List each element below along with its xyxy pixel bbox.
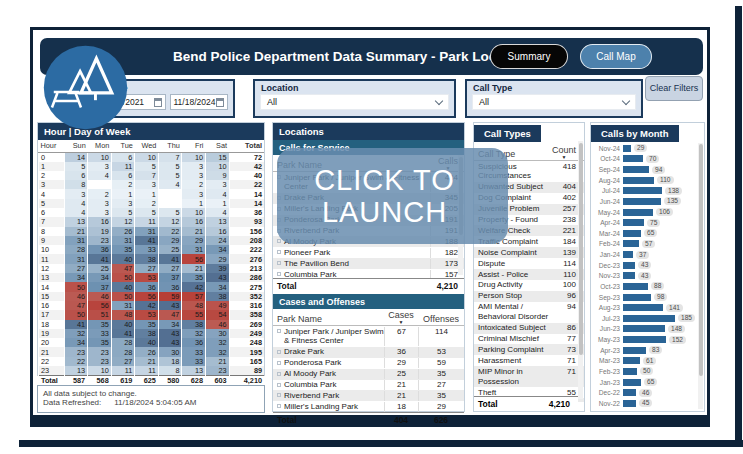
expand-icon[interactable]	[277, 404, 281, 408]
heatmap-cell[interactable]: 35	[182, 273, 206, 282]
heatmap-cell[interactable]: 53	[135, 273, 159, 282]
heatmap-cell[interactable]: 7	[158, 152, 182, 162]
heatmap-cell[interactable]: 7	[135, 171, 159, 180]
heatmap-cell[interactable]: 5	[158, 208, 182, 217]
cfs-table-row[interactable]: Columbia Park157	[273, 269, 464, 278]
co-col-offenses[interactable]: Offenses	[418, 314, 464, 324]
heatmap-cell[interactable]: 30	[206, 329, 230, 338]
clear-filters-button[interactable]: Clear Filters	[645, 76, 703, 101]
heatmap-cell[interactable]: 43	[158, 329, 182, 338]
month-bar[interactable]	[623, 304, 663, 311]
heatmap-cell[interactable]: 40	[111, 282, 135, 291]
call-type-row[interactable]: AMI Mental / Behavioral Disorder94	[474, 302, 584, 323]
month-bar[interactable]	[623, 230, 641, 237]
heatmap-cell[interactable]: 41	[135, 236, 159, 245]
heatmap-cell[interactable]: 27	[64, 264, 88, 273]
heatmap-cell[interactable]: 59	[158, 292, 182, 301]
heatmap-cell[interactable]: 27	[135, 264, 159, 273]
heatmap-cell[interactable]: 13	[206, 217, 230, 226]
heatmap-cell[interactable]: 16	[182, 217, 206, 226]
heatmap-cell[interactable]: 35	[88, 338, 112, 347]
heatmap-cell[interactable]: 32	[206, 347, 230, 356]
heatmap-cell[interactable]: 4	[64, 208, 88, 217]
heatmap-cell[interactable]: 56	[88, 301, 112, 310]
heatmap-cell[interactable]: 3	[182, 171, 206, 180]
heatmap-cell[interactable]: 6	[111, 171, 135, 180]
heatmap-cell[interactable]: 31	[182, 245, 206, 254]
month-bar[interactable]	[623, 198, 661, 205]
call-type-dropdown[interactable]: All	[472, 94, 636, 110]
call-map-button[interactable]: Call Map	[580, 44, 652, 69]
expand-icon[interactable]	[277, 272, 281, 276]
heatmap-cell[interactable]: 5	[111, 208, 135, 217]
month-bar[interactable]	[623, 219, 644, 226]
co-table-row[interactable]: Al Moody Park2535	[273, 369, 464, 380]
heatmap-cell[interactable]: 2	[182, 180, 206, 189]
heatmap-cell[interactable]: 48	[182, 301, 206, 310]
expand-icon[interactable]	[277, 383, 281, 387]
heatmap-cell[interactable]: 39	[206, 264, 230, 273]
heatmap-cell[interactable]: 23	[88, 347, 112, 356]
heatmap-cell[interactable]: 24	[206, 236, 230, 245]
heatmap-cell[interactable]: 1	[206, 199, 230, 208]
heatmap-cell[interactable]: 16	[88, 217, 112, 226]
heatmap-cell[interactable]: 2	[135, 199, 159, 208]
heatmap-cell[interactable]: 10	[135, 152, 159, 162]
cfs-table-row[interactable]: The Pavilion Bend173	[273, 258, 464, 269]
co-col-park-name[interactable]: Park Name	[273, 314, 384, 324]
heatmap-cell[interactable]: 38	[182, 320, 206, 329]
heatmap-cell[interactable]: 37	[158, 273, 182, 282]
heatmap-cell[interactable]: 34	[158, 320, 182, 329]
month-bar[interactable]	[623, 272, 635, 279]
heatmap-cell[interactable]: 54	[206, 310, 230, 319]
month-bar[interactable]	[623, 336, 666, 343]
co-table-row[interactable]: Miller's Landing Park1829	[273, 401, 464, 412]
heatmap-cell[interactable]: 47	[64, 301, 88, 310]
month-bar[interactable]	[623, 389, 636, 396]
heatmap-cell[interactable]: 31	[111, 301, 135, 310]
heatmap-cell[interactable]: 36	[88, 245, 112, 254]
heatmap-cell[interactable]: 31	[135, 227, 159, 236]
heatmap-cell[interactable]: 49	[206, 301, 230, 310]
month-bar[interactable]	[623, 240, 639, 247]
heatmap-cell[interactable]: 5	[158, 162, 182, 171]
heatmap-cell[interactable]: 4	[158, 180, 182, 189]
heatmap-cell[interactable]: 29	[206, 254, 230, 263]
heatmap-cell[interactable]: 11	[111, 162, 135, 171]
heatmap-cell[interactable]: 33	[182, 347, 206, 356]
heatmap-cell[interactable]: 10	[182, 208, 206, 217]
heatmap-cell[interactable]: 46	[206, 320, 230, 329]
heatmap-cell[interactable]: 8	[158, 366, 182, 376]
heatmap-cell[interactable]: 3	[88, 162, 112, 171]
call-type-row[interactable]: Assist - Police110	[474, 269, 584, 280]
heatmap-cell[interactable]: 21	[135, 357, 159, 366]
calendar-icon[interactable]	[154, 98, 162, 107]
expand-icon[interactable]	[277, 372, 281, 376]
heatmap-cell[interactable]: 34	[88, 273, 112, 282]
month-bar[interactable]	[623, 400, 636, 407]
heatmap-cell[interactable]: 10	[88, 366, 112, 376]
month-chart-scrollbar-thumb[interactable]	[699, 144, 703, 376]
call-type-row[interactable]: Drug Activity100	[474, 280, 584, 291]
heatmap-cell[interactable]: 5	[64, 162, 88, 171]
heatmap-cell[interactable]: 38	[135, 254, 159, 263]
heatmap-cell[interactable]: 11	[135, 217, 159, 226]
call-type-row[interactable]: MIP Minor in Possession71	[474, 366, 584, 387]
co-table-row[interactable]: Juniper Park / Juniper Swim & Fitness Ce…	[273, 326, 464, 347]
month-bar[interactable]	[623, 283, 648, 290]
heatmap-cell[interactable]: 41	[111, 329, 135, 338]
heatmap-cell[interactable]: 5	[158, 171, 182, 180]
heatmap-cell[interactable]: 47	[158, 310, 182, 319]
heatmap-cell[interactable]: 5	[135, 162, 159, 171]
month-bar[interactable]	[623, 209, 653, 216]
heatmap-cell[interactable]: 3	[88, 199, 112, 208]
month-bar[interactable]	[623, 177, 654, 184]
call-type-row[interactable]: Person Stop96	[474, 291, 584, 302]
heatmap-cell[interactable]: 3	[206, 180, 230, 189]
heatmap-cell[interactable]: 23	[64, 347, 88, 356]
heatmap-cell[interactable]: 35	[135, 320, 159, 329]
heatmap-cell[interactable]: 55	[182, 310, 206, 319]
heatmap-cell[interactable]: 40	[135, 338, 159, 347]
heatmap-cell[interactable]: 19	[88, 227, 112, 236]
heatmap-cell[interactable]: 48	[111, 310, 135, 319]
